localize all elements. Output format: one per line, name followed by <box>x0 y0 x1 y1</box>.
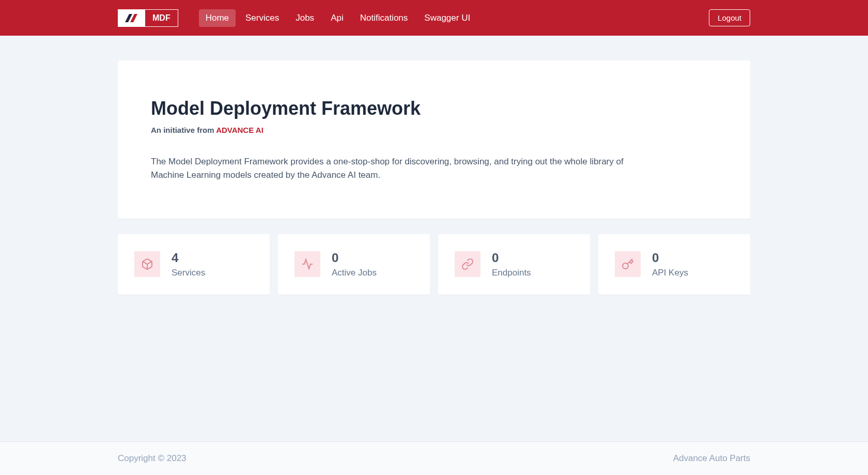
nav-link-services[interactable]: Services <box>239 9 286 27</box>
stat-value: 4 <box>172 251 205 266</box>
footer-copyright: Copyright © 2023 <box>118 453 187 464</box>
footer: Copyright © 2023 Advance Auto Parts <box>0 441 868 475</box>
stat-card-api-keys[interactable]: 0 API Keys <box>598 234 750 295</box>
stat-value: 0 <box>332 251 377 266</box>
stat-label: API Keys <box>652 268 688 278</box>
stat-card-active-jobs[interactable]: 0 Active Jobs <box>278 234 430 295</box>
stat-label: Endpoints <box>492 268 531 278</box>
footer-company: Advance Auto Parts <box>673 453 750 464</box>
nav-link-notifications[interactable]: Notifications <box>353 9 415 27</box>
nav-links: Home Services Jobs Api Notifications Swa… <box>199 9 477 27</box>
stat-body: 0 Active Jobs <box>332 251 377 278</box>
stat-card-services[interactable]: 4 Services <box>118 234 270 295</box>
logo[interactable]: MDF <box>118 9 178 27</box>
nav-link-api[interactable]: Api <box>324 9 350 27</box>
stat-value: 0 <box>492 251 531 266</box>
stats-row: 4 Services 0 Active Jobs 0 Endpoints <box>118 234 750 295</box>
navbar: MDF Home Services Jobs Api Notifications… <box>0 0 868 36</box>
stat-card-endpoints[interactable]: 0 Endpoints <box>438 234 590 295</box>
hero-subtitle-brand: ADVANCE AI <box>216 126 264 134</box>
logo-mark-icon <box>118 10 145 26</box>
nav-link-swagger[interactable]: Swagger UI <box>417 9 477 27</box>
stat-body: 0 API Keys <box>652 251 688 278</box>
page-title: Model Deployment Framework <box>151 98 717 119</box>
stat-value: 0 <box>652 251 688 266</box>
stat-label: Services <box>172 268 205 278</box>
nav-left: MDF Home Services Jobs Api Notifications… <box>118 9 477 27</box>
logo-text: MDF <box>145 10 178 26</box>
key-icon <box>615 251 641 277</box>
stat-label: Active Jobs <box>332 268 377 278</box>
hero-card: Model Deployment Framework An initiative… <box>118 60 750 219</box>
main-content: Model Deployment Framework An initiative… <box>0 36 868 441</box>
logout-button[interactable]: Logout <box>709 9 750 26</box>
hero-subtitle: An initiative from ADVANCE AI <box>151 126 717 134</box>
nav-link-jobs[interactable]: Jobs <box>289 9 321 27</box>
stat-body: 0 Endpoints <box>492 251 531 278</box>
cube-icon <box>134 251 160 277</box>
stat-body: 4 Services <box>172 251 205 278</box>
hero-description: The Model Deployment Framework provides … <box>151 155 626 181</box>
hero-subtitle-prefix: An initiative from <box>151 126 216 134</box>
nav-link-home[interactable]: Home <box>199 9 236 27</box>
link-icon <box>455 251 481 277</box>
activity-icon <box>295 251 320 277</box>
